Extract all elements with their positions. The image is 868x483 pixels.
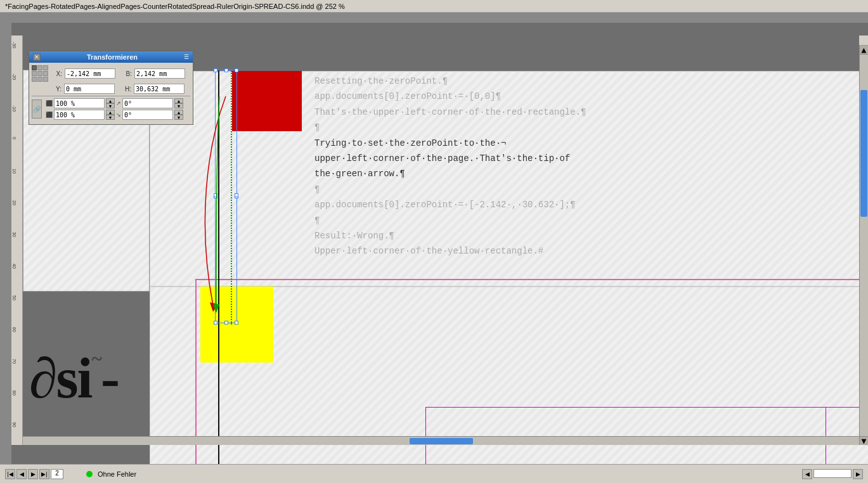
ref-point-ml[interactable] bbox=[32, 71, 37, 76]
scroll-right-button[interactable]: ▶ bbox=[853, 469, 863, 479]
ruler-v-mark: 80 bbox=[12, 390, 16, 396]
text-line-8: ¶ bbox=[314, 183, 868, 196]
scale-x-input[interactable] bbox=[54, 98, 105, 108]
last-page-button[interactable]: ▶| bbox=[39, 469, 49, 479]
current-page-field[interactable]: 2 bbox=[51, 469, 63, 479]
first-page-button[interactable]: |◀ bbox=[5, 469, 15, 479]
shear-up[interactable]: ▲ bbox=[174, 110, 183, 115]
panel-divider-1 bbox=[32, 96, 190, 96]
x-label: X: bbox=[53, 70, 62, 77]
rotate-icon: ↗ bbox=[116, 100, 121, 106]
panel-xy-row: X: B: bbox=[32, 65, 190, 82]
b-label: B: bbox=[123, 70, 132, 77]
panel-yh-row: Y: H: bbox=[32, 84, 190, 94]
rotate-input[interactable] bbox=[122, 98, 173, 108]
text-line-1: Resetting·the·zeroPoint.¶ bbox=[314, 74, 868, 88]
scale-y-icon: ⬛ bbox=[46, 112, 53, 118]
text-line-7: the·green·arrow.¶ bbox=[314, 167, 868, 181]
ruler-v-mark: 50 bbox=[12, 295, 16, 300]
ruler-v-mark: -10 bbox=[12, 105, 16, 112]
scroll-left-button[interactable]: ◀ bbox=[802, 469, 812, 479]
ruler-v-mark: 0 bbox=[12, 137, 16, 139]
title-text: *FacingPages-RotatedPages-AlignedPages-C… bbox=[5, 3, 345, 10]
transform-panel-titlebar: ✕ Transformieren ☰ bbox=[29, 51, 193, 63]
scrollbar-down-button[interactable]: ▼ bbox=[860, 436, 868, 445]
svg-marker-1 bbox=[213, 304, 219, 313]
shear-input[interactable] bbox=[122, 110, 173, 120]
h-input[interactable] bbox=[134, 84, 185, 94]
panel-menu-button[interactable]: ☰ bbox=[184, 54, 189, 60]
scale-x-spinner[interactable]: ▲ ▼ bbox=[106, 98, 115, 108]
transform-panel-title: Transformieren bbox=[87, 53, 138, 61]
ruler-v-mark: 30 bbox=[12, 232, 16, 237]
green-arrow-svg bbox=[207, 96, 238, 312]
next-page-button[interactable]: ▶ bbox=[28, 469, 38, 479]
titlebar: *FacingPages-RotatedPages-AlignedPages-C… bbox=[0, 0, 868, 13]
prev-page-button[interactable]: ◀ bbox=[16, 469, 27, 479]
status-indicator bbox=[86, 471, 93, 477]
y-label: Y: bbox=[53, 86, 62, 93]
scale-y-up[interactable]: ▲ bbox=[106, 110, 115, 115]
ref-point-tr[interactable] bbox=[43, 65, 48, 70]
shear-icon: ↘ bbox=[116, 112, 121, 118]
text-line-11: Result:·Wrong.¶ bbox=[314, 229, 868, 243]
page-scroll-buttons: ◀ ▶ bbox=[802, 469, 863, 479]
panel-close-button[interactable]: ✕ bbox=[33, 53, 41, 61]
page-navigation: |◀ ◀ ▶ ▶| 2 bbox=[5, 469, 63, 479]
scale-y-input[interactable] bbox=[54, 110, 105, 120]
scale-x-icon: ⬛ bbox=[46, 100, 53, 106]
scale-y-row: ⬛ ▲ ▼ ↘ ▲ ▼ bbox=[46, 110, 183, 120]
ref-point-mm[interactable] bbox=[37, 71, 42, 76]
text-line-4: ¶ bbox=[314, 120, 868, 134]
chain-link-icon[interactable]: 🔗 bbox=[32, 100, 42, 119]
ref-point-tm[interactable] bbox=[37, 65, 42, 70]
text-line-12: Upper·left·corner·of·the·yellow·rectangl… bbox=[314, 244, 868, 258]
ruler-v-mark: 60 bbox=[12, 327, 16, 332]
ruler-vertical: -30 -20 -10 0 10 20 30 40 50 60 70 80 90… bbox=[11, 35, 23, 445]
ruler-v-mark: 90 bbox=[12, 422, 16, 427]
ref-point-tl[interactable] bbox=[32, 65, 37, 70]
x-input[interactable] bbox=[65, 68, 115, 79]
text-line-3: That's·the·upper·left·corner·of·the·red·… bbox=[314, 105, 868, 119]
h-label: H: bbox=[122, 86, 131, 93]
rotate-spinner[interactable]: ▲ ▼ bbox=[174, 98, 183, 108]
panel-scale-row: 🔗 ⬛ ▲ ▼ ↗ ▲ ▼ ⬛ bbox=[32, 98, 190, 120]
scrollbar-up-button[interactable]: ▲ bbox=[860, 46, 868, 55]
ref-point-mr[interactable] bbox=[43, 71, 48, 76]
ref-point-br[interactable] bbox=[43, 77, 48, 82]
ruler-v-mark: 20 bbox=[12, 200, 16, 205]
text-line-5: Trying·to·set·the·zeroPoint·to·the·¬ bbox=[314, 136, 868, 150]
horizontal-scroll-position[interactable] bbox=[813, 469, 852, 478]
ruler-v-mark: 70 bbox=[12, 359, 16, 364]
ruler-v-mark: -20 bbox=[12, 74, 16, 80]
reference-point-grid[interactable] bbox=[32, 65, 48, 82]
scrollbar-horizontal[interactable] bbox=[23, 436, 859, 445]
scrollbar-vertical[interactable]: ▲ ▼ bbox=[859, 46, 868, 445]
scale-x-up[interactable]: ▲ bbox=[106, 98, 115, 103]
scrollbar-horizontal-thumb[interactable] bbox=[410, 438, 473, 444]
ref-point-bl[interactable] bbox=[32, 77, 37, 82]
ruler-v-mark: -30 bbox=[12, 42, 16, 48]
scrollbar-vertical-thumb[interactable] bbox=[860, 90, 867, 217]
text-line-9: app.documents[0].zeroPoint·=·[-2.142·,·3… bbox=[314, 198, 868, 212]
b-input[interactable] bbox=[134, 68, 185, 79]
text-content-area: Resetting·the·zeroPoint.¶ app.documents[… bbox=[308, 68, 868, 266]
statusbar: |◀ ◀ ▶ ▶| 2 Ohne Fehler ◀ ▶ bbox=[0, 464, 868, 483]
rotate-down[interactable]: ▼ bbox=[174, 103, 183, 108]
y-input[interactable] bbox=[64, 84, 115, 94]
scale-y-spinner[interactable]: ▲ ▼ bbox=[106, 110, 115, 120]
scale-x-row: ⬛ ▲ ▼ ↗ ▲ ▼ bbox=[46, 98, 183, 108]
ref-point-bm[interactable] bbox=[37, 77, 42, 82]
ruler-v-mark: 10 bbox=[12, 169, 16, 174]
magenta-table bbox=[425, 407, 868, 464]
scale-x-down[interactable]: ▼ bbox=[106, 103, 115, 108]
scale-y-down[interactable]: ▼ bbox=[106, 115, 115, 120]
red-rectangle[interactable] bbox=[232, 71, 302, 131]
text-line-10: ¶ bbox=[314, 214, 868, 228]
shear-down[interactable]: ▼ bbox=[174, 115, 183, 120]
osi-text: ∂si~- bbox=[29, 350, 119, 407]
transform-panel-body: X: B: Y: H: 🔗 ⬛ ▲ bbox=[29, 63, 193, 124]
transform-panel: ✕ Transformieren ☰ X: B: bbox=[29, 51, 193, 125]
shear-spinner[interactable]: ▲ ▼ bbox=[174, 110, 183, 120]
rotate-up[interactable]: ▲ bbox=[174, 98, 183, 103]
